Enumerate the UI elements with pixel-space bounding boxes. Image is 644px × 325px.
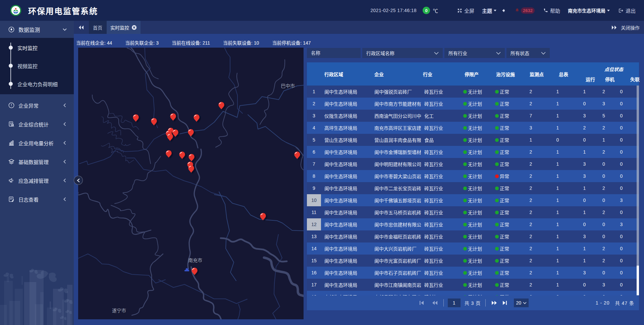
tabs-scroll-left-button[interactable] bbox=[74, 21, 89, 34]
map-pin[interactable] bbox=[133, 114, 140, 123]
page-number-input[interactable] bbox=[448, 299, 461, 307]
table-row[interactable]: 2阆中生态环境局阆中市南方节能建材有砖瓦行业无计划正常21030 bbox=[307, 98, 639, 110]
table-scrollbar-thumb[interactable] bbox=[637, 266, 639, 295]
table-row[interactable]: 15阆中生态环境局阆中市光富页岩机砖厂砖瓦行业无计划正常21120 bbox=[307, 255, 639, 267]
sidebar-subitem-label: 视频监控 bbox=[17, 62, 38, 69]
table-row[interactable]: 11阆中生态环境局阆中市五马桥页岩机砖砖瓦行业无计划正常21120 bbox=[307, 206, 639, 218]
sidebar-collapse-button[interactable] bbox=[74, 176, 83, 185]
sidebar-item-alert-circle[interactable]: 企业异常 bbox=[0, 96, 74, 115]
offline-cell: 0 bbox=[612, 185, 631, 191]
fullscreen-button[interactable]: 全屏 bbox=[457, 7, 474, 14]
logout-icon bbox=[619, 8, 624, 13]
col-header-meter[interactable]: 总表 bbox=[548, 62, 579, 86]
col-header-points[interactable]: 监测点 bbox=[525, 62, 548, 86]
map-pin[interactable] bbox=[294, 152, 302, 160]
sidebar-item-megaphone[interactable]: 应急减排管理 bbox=[0, 171, 74, 190]
table-row[interactable]: 10阆中生态环境局阆中千佛镇五郎垭页岩砖瓦行业无计划正常21003 bbox=[307, 194, 639, 206]
company-cell: 阆中市石子页岩机砖厂 bbox=[371, 269, 421, 276]
col-header-running[interactable]: 运行 bbox=[579, 74, 602, 84]
table-row[interactable]: 1阆中生态环境局阆中强锐页岩砖厂砖瓦行业无计划正常21120 bbox=[307, 86, 639, 98]
table-row[interactable]: 7阆中生态环境局阆中明阳建材有限公司砖瓦行业无计划正常21300 bbox=[307, 158, 639, 170]
table-row[interactable]: 6阆中生态环境局阆中市金博瑞新型墙材砖瓦行业无计划正常21120 bbox=[307, 146, 639, 158]
region-cell: 阆中生态环境局 bbox=[321, 185, 371, 192]
map-pin[interactable] bbox=[218, 102, 226, 110]
col-header-region[interactable]: 行政区域 bbox=[324, 62, 343, 86]
table-row[interactable]: 18南部生态环境局南部县砌华水泥有限公建材加工无计划正常62060 bbox=[307, 291, 639, 295]
sidebar-subitem-item[interactable]: 视频监控 bbox=[0, 57, 74, 75]
running-cell: 0 bbox=[574, 282, 595, 287]
tab-close-icon[interactable] bbox=[132, 25, 137, 30]
map[interactable]: 巴中市南充市遂宁市 bbox=[78, 48, 304, 319]
stopped-cell: 0 bbox=[595, 234, 612, 239]
col-header-company[interactable]: 企业 bbox=[374, 62, 384, 86]
table-row[interactable]: 4高坪生态环境局南充市高坪区王家店建砖瓦行业无计划正常31220 bbox=[307, 122, 639, 134]
sidebar-subitem-active[interactable]: 实时监控 bbox=[0, 39, 74, 57]
sidebar-subitem-item[interactable]: 企业电力负荷明细 bbox=[0, 75, 74, 93]
table-row[interactable]: 14阆中生态环境局阆中大兴页岩机砖厂砖瓦行业无计划正常21120 bbox=[307, 242, 639, 255]
status-dot-green bbox=[495, 114, 499, 118]
map-pin[interactable] bbox=[189, 154, 196, 162]
notifications-button[interactable]: 2632 bbox=[515, 7, 535, 14]
table-row[interactable]: 8阆中生态环境局阆中市枣碧大梁山页岩砖瓦行业无计划异常21300 bbox=[307, 170, 639, 182]
region-filter-select[interactable]: 行政区域名称 bbox=[362, 48, 443, 58]
meter-cell: 1 bbox=[542, 210, 574, 215]
status-filter-select[interactable]: 所有状态 bbox=[506, 48, 550, 58]
last-page-button[interactable] bbox=[500, 299, 509, 307]
row-index-cell: 11 bbox=[307, 206, 321, 218]
col-header-industry[interactable]: 行业 bbox=[423, 62, 432, 86]
table-row[interactable]: 16阆中生态环境局阆中市石子页岩机砖厂砖瓦行业无计划正常21300 bbox=[307, 267, 639, 279]
name-filter-input[interactable] bbox=[307, 48, 361, 58]
sidebar-item-stats-search[interactable]: 企业综合统计 bbox=[0, 115, 74, 133]
row-index-cell: 6 bbox=[307, 146, 321, 158]
map-pin[interactable] bbox=[166, 150, 173, 159]
col-header-limit[interactable]: 停限产 bbox=[465, 62, 479, 86]
first-page-button[interactable] bbox=[417, 299, 426, 307]
logout-button[interactable]: 退出 bbox=[619, 7, 636, 14]
status-dot-green bbox=[495, 150, 499, 154]
close-operations-button[interactable]: 关闭操作 bbox=[621, 24, 640, 31]
company-cell: 阆中市枣碧大梁山页岩 bbox=[371, 173, 421, 179]
page-size-select[interactable]: 20 bbox=[514, 299, 529, 307]
industry-cell: 砖瓦行业 bbox=[421, 233, 460, 240]
table-row[interactable]: 12阆中生态环境局阆中市忠信建材有限公砖瓦行业无计划正常21003 bbox=[307, 218, 639, 230]
sidebar-item-bar-chart[interactable]: 企业用电量分析 bbox=[0, 133, 74, 152]
help-label: 帮助 bbox=[550, 7, 560, 14]
status-dot-green bbox=[463, 102, 467, 106]
tab-realtime-monitor[interactable]: 实时监控 bbox=[107, 21, 141, 34]
table-row[interactable]: 9阆中生态环境局阆中市二龙长宝页岩砖砖瓦行业无计划正常21120 bbox=[307, 182, 639, 194]
prev-page-button[interactable] bbox=[431, 299, 439, 307]
table-scrollbar[interactable] bbox=[637, 86, 639, 295]
map-pin[interactable] bbox=[170, 113, 177, 122]
table-row[interactable]: 13阆中生态环境局阆中市金福旺页岩机砖砖瓦行业无计划正常21300 bbox=[307, 230, 639, 242]
tab-home[interactable]: 首页 bbox=[89, 21, 107, 34]
col-header-stopped[interactable]: 停机 bbox=[601, 74, 618, 84]
next-page-button[interactable] bbox=[490, 299, 498, 307]
theme-dropdown[interactable]: 主题 bbox=[482, 7, 496, 14]
sidebar-group-data-monitor[interactable]: 数据监测 bbox=[0, 21, 74, 38]
map-pin[interactable] bbox=[188, 165, 196, 174]
facility-status-label: 正常 bbox=[500, 197, 509, 204]
map-pin[interactable] bbox=[151, 118, 158, 126]
map-pin[interactable] bbox=[194, 114, 201, 123]
offline-cell: 0 bbox=[612, 246, 631, 251]
sound-mute-button[interactable] bbox=[501, 8, 506, 13]
sidebar-item-label: 企业综合统计 bbox=[18, 121, 49, 128]
table-row[interactable]: 5营山生态环境局营山县润丰肉食品有限食品无计划正常10010 bbox=[307, 134, 639, 146]
offline-cell: 0 bbox=[612, 161, 631, 167]
col-header-facility[interactable]: 治污设施 bbox=[496, 62, 515, 86]
limit-status-cell: 无计划 bbox=[460, 221, 491, 228]
region-cell: 阆中生态环境局 bbox=[321, 245, 371, 252]
tree-dot-icon bbox=[9, 82, 13, 86]
org-dropdown[interactable]: 南充市生态环境局 bbox=[568, 7, 610, 14]
col-header-offline[interactable]: 失联 bbox=[627, 74, 643, 84]
map-pin[interactable] bbox=[179, 152, 186, 160]
sidebar-item-layers[interactable]: 基础数据管理 bbox=[0, 152, 74, 171]
help-button[interactable]: 帮助 bbox=[543, 7, 560, 14]
sidebar-item-log-file[interactable]: 日志查看 bbox=[0, 190, 74, 209]
table-row[interactable]: 3仪陇生态环境局西南油气田分公司川中化工无计划正常71350 bbox=[307, 110, 639, 122]
double-chevron-right-icon[interactable] bbox=[611, 25, 617, 30]
industry-filter-select[interactable]: 所有行业 bbox=[444, 48, 505, 58]
meter-cell: 1 bbox=[542, 101, 574, 106]
map-pin[interactable] bbox=[188, 129, 195, 138]
table-row[interactable]: 17阆中生态环境局阆中市江南镇阆南页岩砖瓦行业无计划正常21030 bbox=[307, 279, 639, 291]
